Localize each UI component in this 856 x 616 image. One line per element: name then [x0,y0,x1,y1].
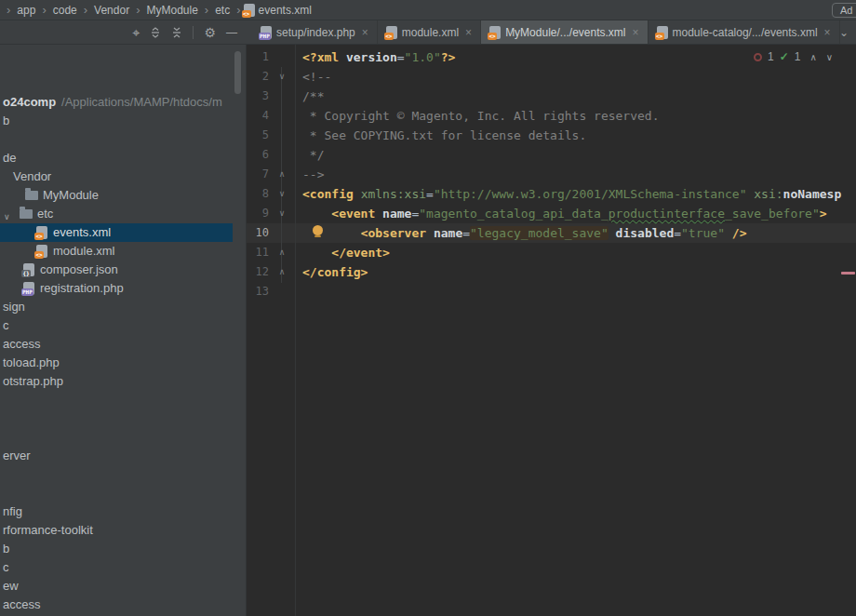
inspections-widget[interactable]: 1 ✓ 1 ∧ ∨ [754,49,833,64]
code-line[interactable]: <event name="magento_catalog_api_data_pr… [302,204,827,223]
tab-xml-file-icon: <> [386,26,397,39]
editor-tab[interactable]: <>module.xml× [378,20,481,44]
json-file-icon: {} [23,263,34,276]
tree-item[interactable]: access [0,596,246,614]
expand-all-icon[interactable] [150,26,161,39]
tree-item[interactable]: MyModule [0,186,246,205]
intention-lightbulb-icon[interactable] [313,225,323,235]
settings-gear-icon[interactable]: ⚙ [204,26,216,39]
tree-item[interactable]: c [0,316,246,335]
code-line[interactable]: * See COPYING.txt for license details. [302,126,586,145]
breadcrumb-item[interactable]: code [49,4,81,17]
error-stripe-mark[interactable] [841,272,855,275]
hide-panel-icon[interactable]: — [226,26,237,39]
tab-close-icon[interactable]: × [465,26,472,39]
code-line[interactable]: </event> [302,243,390,262]
breadcrumb-separator-icon: › [81,3,90,17]
line-number: 13 [247,282,269,301]
breadcrumb-separator-icon: › [133,3,142,17]
code-line[interactable]: <!-- [302,67,331,87]
fold-marker-icon[interactable]: ∨ [277,67,287,87]
editor-tab[interactable]: <>module-catalog/.../events.xml× [649,20,840,44]
tree-item[interactable]: Vendor [0,167,246,186]
tree-item-label: etc [37,205,53,223]
fold-marker-icon[interactable]: ∨ [277,184,287,204]
project-panel-toolbar: ⌖ ⚙ — [0,20,247,44]
code-line[interactable]: </config> [302,262,368,282]
add-configuration-button[interactable]: Ad [832,3,856,18]
next-highlight-chevron-down-icon[interactable]: ∨ [826,52,833,62]
code-line[interactable]: * Copyright © Magento, Inc. All rights r… [302,106,660,126]
tree-item-label: MyModule [43,186,99,205]
breadcrumb-separator-icon: › [4,3,13,17]
breadcrumb-item[interactable]: Vendor [90,4,133,17]
editor-tab[interactable]: PHPsetup/index.php× [252,20,378,44]
breadcrumb-xml-file-icon: <> [244,4,255,17]
typo-count: 1 [795,50,801,63]
tree-item-label: sign [3,298,25,316]
tab-label: module.xml [402,26,459,39]
tree-item-label: b [3,540,9,558]
fold-marker-icon[interactable]: ∨ [277,204,287,223]
breadcrumb-item[interactable]: MyModule [142,4,201,17]
tree-item[interactable]: nfig [0,502,246,521]
breadcrumb-item[interactable]: etc [211,4,234,17]
ide-window: ›app›code›Vendor›MyModule›etc›<>events.x… [0,0,856,616]
tree-item[interactable]: erver [0,447,246,465]
tab-label: module-catalog/.../events.xml [673,26,818,39]
tree-item[interactable]: b [0,112,246,130]
xml-file-icon: <> [36,245,47,258]
tree-item[interactable]: c [0,558,246,577]
fold-marker-icon[interactable]: ∧ [277,243,287,262]
hidden-tabs-chevron-down-icon[interactable]: ⌄ [839,26,849,39]
collapse-all-icon[interactable] [171,26,182,39]
code-line[interactable]: */ [302,145,324,165]
code-line[interactable]: /** [302,87,324,106]
toolbar-divider [193,26,194,39]
line-number: 4 [247,106,269,126]
tree-item[interactable]: <>events.xml [0,223,233,242]
panel-scrollbar-thumb[interactable] [234,51,241,94]
breadcrumb-separator-icon: › [202,3,211,17]
code-line[interactable]: <?xml version="1.0"?> [302,47,455,67]
tree-item[interactable]: b [0,540,246,558]
fold-marker-icon[interactable]: ∧ [277,165,287,184]
tree-item[interactable]: rformance-toolkit [0,521,246,540]
tree-item[interactable]: toload.php [0,354,246,372]
tree-item[interactable]: de [0,149,246,167]
tree-item[interactable]: access [0,335,246,354]
editor-tab[interactable]: <>MyModule/.../events.xml× [481,20,648,44]
code-line[interactable]: <observer name="legacy_model_save" disab… [302,223,747,243]
line-number: 6 [247,145,269,165]
tree-item[interactable]: {}composer.json [0,261,246,279]
code-line[interactable]: --> [302,165,324,184]
line-number: 2 [247,67,269,87]
tree-item[interactable]: otstrap.php [0,372,246,391]
php-file-icon: PHP [23,282,34,295]
tree-item[interactable]: PHPregistration.php [0,279,246,298]
locate-file-icon[interactable]: ⌖ [133,26,140,39]
tree-root-item[interactable]: o24comp/Applications/MAMP/htdocs/m [0,93,246,112]
breadcrumb-separator-icon: › [39,3,48,17]
breadcrumb-item[interactable]: events.xml [255,4,315,17]
tree-item-label: nfig [3,502,22,521]
tree-item-label: erver [3,447,31,465]
code-editor[interactable]: 12∨34567∧8∨9∨1011∧12∧13 <?xml version="1… [247,45,856,616]
tree-item[interactable]: ew [0,577,246,596]
tree-item[interactable]: <>module.xml [0,242,246,261]
tree-item[interactable]: ∨etc [0,205,246,223]
tree-item[interactable]: sign [0,298,246,316]
tab-close-icon[interactable]: × [824,26,831,39]
tree-item-label: b [3,112,9,130]
project-root-path: /Applications/MAMP/htdocs/m [61,95,222,109]
tree-item-label: otstrap.php [3,372,63,391]
tab-close-icon[interactable]: × [362,26,368,39]
code-line[interactable]: <config xmlns:xsi="http://www.w3.org/200… [302,184,841,204]
breadcrumb-item[interactable]: app [13,4,39,17]
error-count: 1 [768,50,774,63]
tree-item-label: ew [3,577,19,596]
tree-item-label: rformance-toolkit [3,521,93,540]
tab-close-icon[interactable]: × [633,26,639,39]
fold-marker-icon[interactable]: ∧ [277,262,287,282]
previous-highlight-chevron-up-icon[interactable]: ∧ [809,52,816,62]
